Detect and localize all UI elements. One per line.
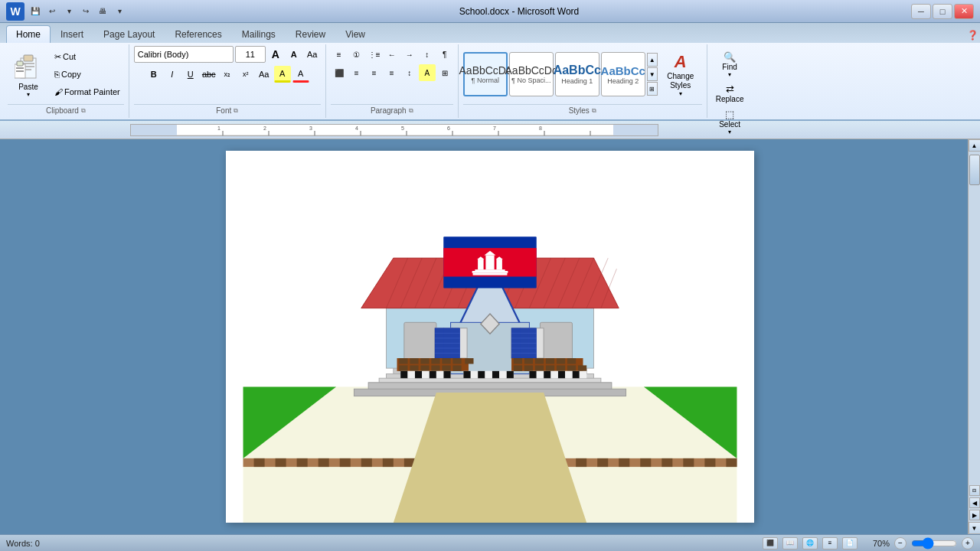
justify-btn[interactable]: ≡ (384, 64, 400, 81)
styles-expand-icon[interactable]: ⧉ (592, 107, 596, 115)
align-right-btn[interactable]: ≡ (366, 64, 383, 81)
undo-dropdown-btn[interactable]: ▾ (61, 5, 77, 18)
replace-button[interactable]: ⇄ Replace (712, 81, 748, 106)
align-left-btn[interactable]: ⬛ (331, 64, 348, 81)
clear-format-btn[interactable]: Aa (304, 46, 321, 63)
full-reading-btn[interactable]: 📖 (782, 537, 798, 549)
sort-btn[interactable]: ↕ (419, 46, 436, 63)
shading-btn[interactable]: A (419, 64, 436, 81)
bullets-btn[interactable]: ≡ (331, 46, 348, 63)
zoom-slider[interactable] (911, 538, 957, 549)
zoom-in-btn[interactable]: + (962, 537, 974, 549)
document-page (226, 151, 754, 523)
svg-text:6: 6 (447, 126, 450, 131)
copy-button[interactable]: ⎘ Copy (51, 66, 124, 83)
borders-btn[interactable]: ⊞ (436, 64, 453, 81)
svg-rect-160 (572, 371, 579, 378)
numbering-btn[interactable]: ① (348, 46, 365, 63)
styles-scroll-down[interactable]: ▼ (647, 67, 658, 81)
font-size-input[interactable] (235, 46, 266, 63)
change-styles-button[interactable]: A ChangeStyles ▾ (659, 48, 702, 101)
decrease-indent-btn[interactable]: ← (384, 46, 400, 63)
paragraph-content: ≡ ① ⋮≡ ← → ↕ ¶ ⬛ ≡ ≡ ≡ ↕ A ⊞ (331, 46, 453, 103)
font-name-input[interactable] (134, 46, 234, 63)
zoom-out-btn[interactable]: − (894, 537, 906, 549)
tab-page-layout[interactable]: Page Layout (93, 25, 165, 43)
tab-review[interactable]: Review (286, 25, 335, 43)
find-dropdown-icon: ▾ (728, 71, 731, 78)
save-quick-btn[interactable]: 💾 (28, 5, 43, 18)
subscript-btn[interactable]: x₂ (219, 66, 236, 83)
paragraph-expand-icon[interactable]: ⧉ (409, 107, 413, 115)
select-icon: ⬚ (725, 109, 734, 120)
svg-rect-134 (524, 365, 533, 370)
clipboard-expand-icon[interactable]: ⧉ (81, 107, 86, 115)
scroll-up-btn[interactable]: ▲ (969, 139, 981, 152)
strikethrough-btn[interactable]: abc (201, 66, 217, 83)
bold-btn[interactable]: B (145, 66, 162, 83)
svg-rect-117 (442, 358, 450, 364)
font-expand-icon[interactable]: ⧉ (234, 107, 238, 115)
font-shrink-btn[interactable]: A (286, 46, 302, 63)
style-normal[interactable]: AaBbCcDc ¶ Normal (463, 52, 508, 96)
underline-btn[interactable]: U (182, 66, 199, 83)
svg-rect-152 (506, 371, 513, 378)
tab-home[interactable]: Home (6, 25, 51, 43)
svg-rect-162 (550, 371, 557, 378)
show-marks-btn[interactable]: ¶ (436, 46, 453, 63)
scroll-down-btn[interactable]: ▼ (969, 522, 981, 534)
styles-scroll-up[interactable]: ▲ (647, 53, 658, 67)
line-spacing-btn[interactable]: ↕ (401, 64, 418, 81)
italic-btn[interactable]: I (164, 66, 181, 83)
svg-rect-6 (17, 61, 23, 66)
increase-indent-btn[interactable]: → (401, 46, 418, 63)
copy-label: Copy (61, 70, 81, 79)
draft-btn[interactable]: 📄 (842, 537, 858, 549)
style-heading2[interactable]: AaBbCc Heading 2 (601, 52, 645, 96)
zoom-fit-btn[interactable]: ⧈ (969, 485, 980, 496)
titlebar-left: W 💾 ↩ ▾ ↪ 🖶 ▾ (6, 2, 127, 21)
print-layout-btn[interactable]: ⬛ (763, 537, 778, 549)
next-page-btn[interactable]: ▶ (969, 510, 980, 520)
svg-rect-123 (431, 365, 439, 370)
case-btn[interactable]: Aa (256, 66, 273, 83)
prev-page-btn[interactable]: ◀ (969, 497, 980, 508)
svg-rect-161 (537, 371, 544, 378)
paste-button[interactable]: Paste ▾ (8, 47, 49, 102)
vertical-scrollbar[interactable]: ▲ ⧈ ◀ ▶ ▼ (968, 139, 980, 534)
svg-rect-10 (613, 125, 658, 135)
find-button[interactable]: 🔍 Find ▾ (713, 49, 746, 80)
font-row1: A A Aa (134, 46, 321, 63)
scissors-icon: ✂ (54, 52, 61, 62)
customize-qa-btn[interactable]: ▾ (112, 5, 127, 18)
tab-references[interactable]: References (165, 25, 231, 43)
web-layout-btn[interactable]: 🌐 (802, 537, 818, 549)
tab-mailings[interactable]: Mailings (232, 25, 286, 43)
select-button[interactable]: ⬚ Select ▾ (713, 106, 746, 138)
center-btn[interactable]: ≡ (348, 64, 365, 81)
multilevel-btn[interactable]: ⋮≡ (366, 46, 383, 63)
svg-rect-129 (535, 358, 544, 364)
font-color-btn[interactable]: A (292, 66, 309, 83)
font-grow-btn[interactable]: A (267, 46, 284, 63)
tab-insert[interactable]: Insert (51, 25, 93, 43)
format-painter-button[interactable]: 🖌 Format Painter (51, 83, 124, 100)
superscript-btn[interactable]: x² (237, 66, 254, 83)
scroll-thumb[interactable] (969, 155, 980, 185)
find-label: Find (722, 63, 737, 71)
undo-quick-btn[interactable]: ↩ (44, 5, 60, 18)
print-preview-btn[interactable]: 🖶 (95, 5, 110, 18)
highlight-btn[interactable]: A (274, 66, 291, 83)
svg-rect-8 (16, 70, 24, 72)
styles-more-btn[interactable]: ⊞ (647, 82, 658, 96)
tab-view[interactable]: View (335, 25, 375, 43)
style-no-spacing[interactable]: AaBbCcDc ¶ No Spaci... (509, 52, 554, 96)
help-btn[interactable]: ❓ (965, 28, 980, 43)
redo-quick-btn[interactable]: ↪ (78, 5, 93, 18)
style-heading1[interactable]: AaBbCc Heading 1 (555, 52, 599, 96)
cut-button[interactable]: ✂ Cut (51, 48, 124, 65)
outline-btn[interactable]: ≡ (822, 537, 838, 549)
close-btn[interactable]: ✕ (954, 4, 974, 19)
restore-btn[interactable]: □ (933, 4, 952, 19)
minimize-btn[interactable]: ─ (911, 4, 931, 19)
